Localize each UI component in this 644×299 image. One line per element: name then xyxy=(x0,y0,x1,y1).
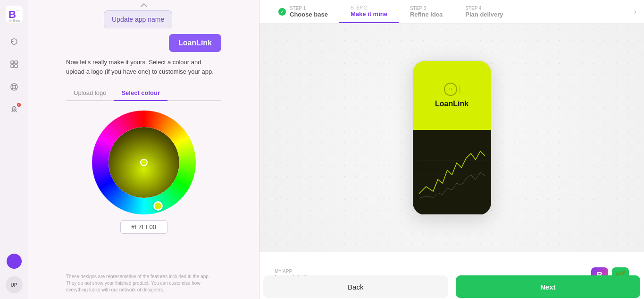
back-button[interactable]: Back xyxy=(263,275,448,298)
step-1-check: ✓ xyxy=(278,8,286,16)
step-2-item[interactable]: STEP 2 Make it mine xyxy=(339,0,399,23)
tab-upload-logo[interactable]: Upload logo xyxy=(66,85,114,100)
up-button[interactable]: UP xyxy=(6,276,23,293)
tab-select-colour[interactable]: Select colour xyxy=(114,85,167,100)
svg-rect-4 xyxy=(11,61,14,64)
phone-bottom xyxy=(413,130,491,214)
loanlink-button[interactable]: LoanLink xyxy=(169,34,221,52)
svg-point-9 xyxy=(13,85,16,88)
loanlink-badge: LoanLink xyxy=(28,34,259,58)
brand-logo[interactable]: B ™ In Beta xyxy=(6,6,23,23)
chart-visualization xyxy=(417,142,487,203)
svg-rect-7 xyxy=(15,65,17,68)
step-4-item[interactable]: STEP 4 Plan delivery xyxy=(454,0,514,23)
svg-rect-6 xyxy=(11,65,14,68)
undo-icon[interactable] xyxy=(7,34,22,49)
bottom-bar: MY APP LoanLink B 🌿 Back Next xyxy=(259,252,644,299)
bottom-actions: Back Next xyxy=(259,275,644,299)
next-button[interactable]: Next xyxy=(456,275,641,298)
color-hex-input[interactable]: #F7FF00 xyxy=(120,220,167,234)
step-4-label: Plan delivery xyxy=(465,11,503,18)
svg-text:™: ™ xyxy=(16,9,19,13)
step-2-label: Make it mine xyxy=(351,10,387,17)
step-1-item[interactable]: ✓ STEP 1 Choose base xyxy=(267,0,339,23)
step-2-number: STEP 2 xyxy=(351,5,387,10)
svg-text:In Beta: In Beta xyxy=(9,19,20,22)
my-app-label: MY APP xyxy=(275,269,308,274)
color-wheel-container: #F7FF00 xyxy=(66,111,221,234)
step-4-number: STEP 4 xyxy=(465,6,503,11)
phone-status-icon: ⊙ xyxy=(444,83,457,96)
support-icon[interactable] xyxy=(7,79,22,94)
preview-area: ⊙ LoanLink xyxy=(259,24,644,252)
phone-top: ⊙ LoanLink xyxy=(413,61,491,130)
color-wheel[interactable] xyxy=(92,111,196,214)
customization-tabs: Upload logo Select colour xyxy=(66,85,221,101)
color-picker-dot[interactable] xyxy=(140,159,148,166)
svg-rect-5 xyxy=(15,61,17,64)
step-1-number: STEP 1 xyxy=(290,6,328,11)
color-hue-dot[interactable] xyxy=(153,201,163,211)
main-area: ✓ STEP 1 Choose base STEP 2 Make it mine… xyxy=(259,0,644,299)
user-avatar[interactable] xyxy=(7,254,22,269)
step-3-label: Refine idea xyxy=(410,11,443,18)
panel-footer: These designs are representative of the … xyxy=(28,270,259,299)
step-navigation: ✓ STEP 1 Choose base STEP 2 Make it mine… xyxy=(259,0,644,24)
step-3-item[interactable]: STEP 3 Refine idea xyxy=(399,0,454,23)
step-1-label: Choose base xyxy=(290,11,328,18)
update-app-name-button[interactable]: Update app name xyxy=(104,10,172,28)
phone-mockup: ⊙ LoanLink xyxy=(412,60,492,216)
phone-app-name: LoanLink xyxy=(435,100,468,108)
panel-content: Now let's really make it yours. Select a… xyxy=(28,58,259,270)
panel-scroll-up[interactable] xyxy=(28,0,259,10)
sidebar: B ™ In Beta xyxy=(0,0,28,299)
description-text: Now let's really make it yours. Select a… xyxy=(66,58,221,76)
step-3-number: STEP 3 xyxy=(410,6,443,11)
customization-panel: Update app name LoanLink Now let's reall… xyxy=(28,0,259,299)
rocket-icon[interactable]: 8 xyxy=(7,102,22,117)
grid-icon[interactable] xyxy=(7,57,22,72)
svg-point-14 xyxy=(13,109,15,110)
step-nav-arrow[interactable]: › xyxy=(634,8,636,16)
